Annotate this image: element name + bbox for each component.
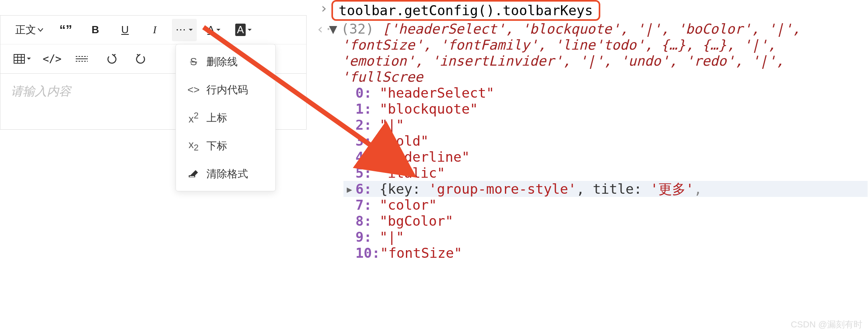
strike-icon: S bbox=[186, 56, 202, 68]
sub-icon: x2 bbox=[186, 138, 202, 153]
code-icon: <> bbox=[186, 84, 202, 96]
entry-value: "headerSelect" bbox=[379, 85, 495, 101]
font-color-button[interactable]: A bbox=[202, 19, 226, 41]
table-button[interactable] bbox=[10, 48, 35, 70]
expand-triangle-icon: ▸ bbox=[343, 181, 355, 197]
caret-down-icon bbox=[216, 28, 221, 32]
divider-button[interactable] bbox=[69, 48, 94, 70]
entry-index: 1: bbox=[355, 101, 379, 117]
entry-index: 0: bbox=[355, 85, 379, 101]
array-entry[interactable]: 2: "|" bbox=[343, 117, 868, 133]
entry-index: 9: bbox=[355, 229, 379, 245]
entry-object: {key: 'group-more-style', title: '更多', bbox=[379, 181, 702, 197]
strike-option[interactable]: S 删除线 bbox=[176, 48, 275, 76]
entry-index: 7: bbox=[355, 197, 379, 213]
entry-value: "italic" bbox=[379, 165, 445, 181]
watermark: CSDN @漏刻有时 bbox=[791, 319, 862, 331]
divider-icon bbox=[76, 55, 88, 62]
bg-color-button[interactable]: A bbox=[231, 19, 256, 41]
entry-value: "|" bbox=[379, 117, 404, 133]
entry-index: 2: bbox=[355, 117, 379, 133]
sup-label: 上标 bbox=[206, 111, 227, 125]
console-input[interactable]: toolbar.getConfig().toolbarKeys bbox=[331, 0, 600, 21]
italic-button[interactable]: I bbox=[142, 19, 167, 41]
more-style-dropdown: S 删除线 <> 行内代码 x2 上标 x2 下标 清除格式 bbox=[176, 44, 276, 191]
chevron-down-icon bbox=[38, 28, 43, 32]
inline-code-label: 行内代码 bbox=[206, 83, 248, 97]
array-entry[interactable]: 5: "italic" bbox=[343, 165, 868, 181]
prompt-icon: › bbox=[316, 0, 331, 16]
array-entry[interactable]: 3: "bold" bbox=[343, 133, 868, 149]
entry-value: "|" bbox=[379, 229, 404, 245]
array-entry[interactable]: 7: "color" bbox=[343, 197, 868, 213]
font-color-icon: A bbox=[207, 24, 214, 36]
entry-value: "bold" bbox=[379, 133, 429, 149]
more-style-button[interactable]: ⋯ bbox=[172, 19, 197, 41]
entry-value: "underline" bbox=[379, 149, 470, 165]
redo-button[interactable] bbox=[129, 48, 153, 70]
undo-button[interactable] bbox=[99, 48, 124, 70]
array-entry[interactable]: ▸6: {key: 'group-more-style', title: '更多… bbox=[343, 181, 868, 197]
console-array-entries: 0: "headerSelect"1: "blockquote"2: "|"3:… bbox=[315, 85, 868, 261]
entry-value: "fontSize" bbox=[380, 245, 462, 261]
clear-format-option[interactable]: 清除格式 bbox=[176, 160, 275, 188]
svg-rect-0 bbox=[14, 54, 24, 63]
inline-code-option[interactable]: <> 行内代码 bbox=[176, 76, 275, 104]
sup-option[interactable]: x2 上标 bbox=[176, 104, 275, 132]
entry-index: 10: bbox=[355, 245, 380, 261]
entry-value: "color" bbox=[379, 197, 437, 213]
entry-index: 6: bbox=[355, 181, 379, 197]
ellipsis-icon: ⋯ bbox=[176, 24, 186, 36]
array-entry[interactable]: 4: "underline" bbox=[343, 149, 868, 165]
sub-label: 下标 bbox=[206, 139, 227, 153]
blockquote-button[interactable]: “” bbox=[53, 19, 78, 41]
expand-icon[interactable]: ▼ bbox=[329, 21, 337, 37]
table-icon bbox=[14, 54, 25, 64]
console-output-summary[interactable]: ‹· ▼ (32) ['headerSelect', 'blockquote',… bbox=[315, 21, 868, 85]
caret-down-icon bbox=[247, 28, 252, 32]
entry-value: "blockquote" bbox=[379, 101, 478, 117]
console-input-row: › toolbar.getConfig().toolbarKeys bbox=[315, 0, 868, 21]
code-block-button[interactable]: </> bbox=[40, 48, 65, 70]
bold-button[interactable]: B bbox=[83, 19, 108, 41]
bg-color-icon: A bbox=[235, 24, 245, 36]
summary-text: (32) ['headerSelect', 'blockquote', '|',… bbox=[337, 21, 866, 85]
caret-down-icon bbox=[26, 57, 31, 60]
devtools-console: › toolbar.getConfig().toolbarKeys ‹· ▼ (… bbox=[315, 0, 868, 261]
entry-index: 4: bbox=[355, 149, 379, 165]
entry-index: 5: bbox=[355, 165, 379, 181]
sub-option[interactable]: x2 下标 bbox=[176, 132, 275, 160]
array-entry[interactable]: 1: "blockquote" bbox=[343, 101, 868, 117]
eraser-icon bbox=[186, 168, 202, 180]
sup-icon: x2 bbox=[186, 110, 202, 125]
entry-value: "bgColor" bbox=[379, 213, 453, 229]
array-entry[interactable]: 0: "headerSelect" bbox=[343, 85, 868, 101]
svg-rect-8 bbox=[189, 176, 195, 177]
array-entry[interactable]: 10: "fontSize" bbox=[343, 245, 868, 261]
editor-placeholder: 请输入内容 bbox=[11, 84, 71, 98]
caret-down-icon bbox=[188, 28, 193, 32]
heading-label: 正文 bbox=[15, 23, 36, 37]
array-entry[interactable]: 8: "bgColor" bbox=[343, 213, 868, 229]
entry-index: 3: bbox=[355, 133, 379, 149]
clear-format-label: 清除格式 bbox=[206, 167, 248, 181]
underline-button[interactable]: U bbox=[113, 19, 137, 41]
redo-icon bbox=[135, 54, 147, 64]
strike-label: 删除线 bbox=[206, 55, 238, 69]
undo-icon bbox=[106, 54, 117, 64]
array-entry[interactable]: 9: "|" bbox=[343, 229, 868, 245]
heading-select[interactable]: 正文 bbox=[10, 19, 48, 41]
entry-index: 8: bbox=[355, 213, 379, 229]
